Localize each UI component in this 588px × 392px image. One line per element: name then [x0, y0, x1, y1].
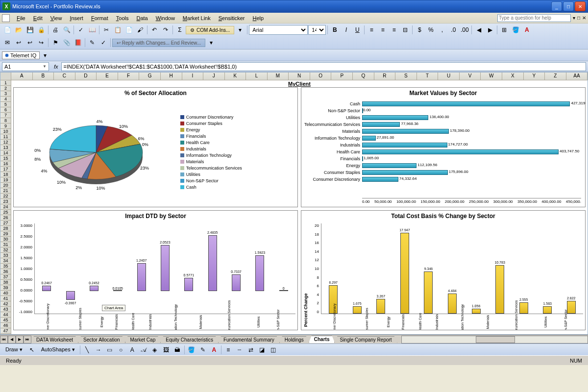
- paste-button[interactable]: 📄: [123, 24, 134, 35]
- menu-file[interactable]: File: [13, 14, 29, 22]
- menu-sensiticker[interactable]: Sensiticker: [215, 14, 249, 22]
- tab-last-button[interactable]: ⏭: [24, 336, 31, 343]
- col-header[interactable]: V: [460, 73, 481, 80]
- close-button[interactable]: ✕: [575, 1, 586, 11]
- toolbar-options-button[interactable]: ▾: [235, 24, 245, 35]
- mdi-minimize-button[interactable]: ▾: [573, 15, 575, 21]
- row-header[interactable]: 19: [0, 177, 11, 183]
- sheet-tab-charts[interactable]: Charts: [309, 336, 335, 343]
- format-painter-button[interactable]: 🖌: [135, 24, 146, 35]
- col-header[interactable]: S: [395, 73, 417, 80]
- row-header[interactable]: 21: [0, 188, 11, 194]
- line-button[interactable]: ╲: [82, 344, 93, 355]
- row-header[interactable]: 38: [0, 280, 11, 285]
- row-header[interactable]: 43: [0, 307, 11, 312]
- toolbar-options-2-button[interactable]: ▾: [206, 37, 217, 48]
- col-header[interactable]: U: [438, 73, 460, 80]
- autoshapes-menu[interactable]: AutoShapes ▾: [38, 345, 78, 354]
- diagram-button[interactable]: ◈: [149, 344, 160, 355]
- pie-chart-panel[interactable]: % of Sector Allocation 4%10%6%0%23%10%2%…: [13, 87, 298, 207]
- dash-style-button[interactable]: ┄: [234, 344, 245, 355]
- sheet-tab-holdings[interactable]: Holdings: [279, 336, 309, 343]
- row-header[interactable]: 22: [0, 194, 11, 199]
- permission-button[interactable]: 🔒: [36, 24, 47, 35]
- row-header[interactable]: 27: [0, 220, 11, 226]
- fill-color-button[interactable]: 🪣: [510, 24, 521, 35]
- row-header[interactable]: 32: [0, 247, 11, 253]
- row-header[interactable]: 36: [0, 269, 11, 274]
- telemet-options-button[interactable]: ▾: [40, 50, 50, 61]
- row-header[interactable]: 33: [0, 253, 11, 258]
- formula-input[interactable]: =INDEX('DATA Worksheet'!$CA$1:$CA$1000,'…: [61, 62, 586, 71]
- align-center-button[interactable]: ≡: [377, 24, 388, 35]
- menu-market-link[interactable]: Market Link: [179, 14, 215, 22]
- row-header[interactable]: 6: [0, 107, 11, 113]
- menu-data[interactable]: Data: [132, 14, 151, 22]
- spelling-button[interactable]: ✓: [75, 24, 86, 35]
- col-header[interactable]: Y: [524, 73, 545, 80]
- arrow-style-button[interactable]: ⇄: [245, 344, 256, 355]
- row-header[interactable]: 46: [0, 323, 11, 328]
- oval-button[interactable]: ○: [116, 344, 126, 355]
- row-header[interactable]: 9: [0, 123, 11, 129]
- row-header[interactable]: 25: [0, 210, 11, 215]
- row-header[interactable]: 41: [0, 296, 11, 301]
- col-header[interactable]: D: [75, 73, 97, 80]
- line-color-button[interactable]: ✎: [197, 344, 208, 355]
- tab-next-button[interactable]: ▶: [16, 336, 24, 343]
- font-color-draw-button[interactable]: A: [209, 344, 220, 355]
- autosum-button[interactable]: Σ: [174, 24, 185, 35]
- cut-button[interactable]: ✂: [101, 24, 112, 35]
- flag-button[interactable]: ⚑: [50, 37, 61, 48]
- sheet-tab-sector-allocation[interactable]: Sector Allocation: [78, 336, 125, 343]
- col-header[interactable]: B: [33, 73, 54, 80]
- row-header[interactable]: 39: [0, 285, 11, 291]
- row-header[interactable]: 23: [0, 199, 11, 204]
- hbar-chart-panel[interactable]: Market Values by Sector Cash427,319.48No…: [301, 87, 586, 207]
- research-button[interactable]: 📖: [87, 24, 98, 35]
- row-header[interactable]: 24: [0, 204, 11, 210]
- menu-window[interactable]: Window: [152, 14, 179, 22]
- row-header[interactable]: 16: [0, 161, 11, 167]
- select-all-corner[interactable]: [0, 73, 11, 80]
- col-header[interactable]: K: [225, 73, 246, 80]
- menu-edit[interactable]: Edit: [29, 14, 47, 22]
- textbox-button[interactable]: A: [127, 344, 138, 355]
- font-size-select[interactable]: 14: [308, 25, 326, 35]
- mdi-restore-button[interactable]: □: [577, 15, 580, 21]
- save-button[interactable]: 💾: [24, 24, 35, 35]
- row-header[interactable]: 10: [0, 129, 11, 134]
- maximize-button[interactable]: □: [563, 1, 574, 11]
- row-header[interactable]: 2: [0, 86, 11, 91]
- col-header[interactable]: L: [246, 73, 268, 80]
- row-header[interactable]: 17: [0, 167, 11, 172]
- col-header[interactable]: J: [203, 73, 225, 80]
- sheet-tab-single-company-report[interactable]: Single Company Report: [334, 336, 397, 343]
- select-objects-button[interactable]: ↖: [26, 344, 37, 355]
- mail-button[interactable]: ✉: [2, 37, 13, 48]
- tab-prev-button[interactable]: ◀: [8, 336, 16, 343]
- wordart-button[interactable]: 𝒜: [138, 344, 149, 355]
- sheet-tab-data-worksheet[interactable]: DATA Worksheet: [31, 336, 78, 343]
- attach-button[interactable]: 📎: [61, 37, 72, 48]
- col-header[interactable]: M: [268, 73, 289, 80]
- print-button[interactable]: 🖨: [50, 24, 61, 35]
- row-header[interactable]: 18: [0, 172, 11, 177]
- reply-changes-button[interactable]: ↩ Reply with Changes... End Review...: [112, 39, 205, 47]
- row-header[interactable]: 8: [0, 118, 11, 123]
- row-header[interactable]: 47: [0, 328, 11, 334]
- col-header[interactable]: T: [417, 73, 439, 80]
- row-header[interactable]: 11: [0, 134, 11, 140]
- bold-button[interactable]: B: [329, 24, 340, 35]
- sheet-tab-market-cap[interactable]: Market Cap: [125, 336, 161, 343]
- tab-first-button[interactable]: ⏮: [0, 336, 8, 343]
- row-header[interactable]: 34: [0, 258, 11, 264]
- rectangle-button[interactable]: ▭: [104, 344, 115, 355]
- picture-button[interactable]: 🏔: [172, 344, 183, 355]
- row-header[interactable]: 29: [0, 231, 11, 237]
- row-header[interactable]: 15: [0, 156, 11, 161]
- horizontal-scrollbar[interactable]: [401, 336, 588, 343]
- col-header[interactable]: Z: [545, 73, 566, 80]
- col-header[interactable]: R: [374, 73, 396, 80]
- align-right-button[interactable]: ≡: [389, 24, 399, 35]
